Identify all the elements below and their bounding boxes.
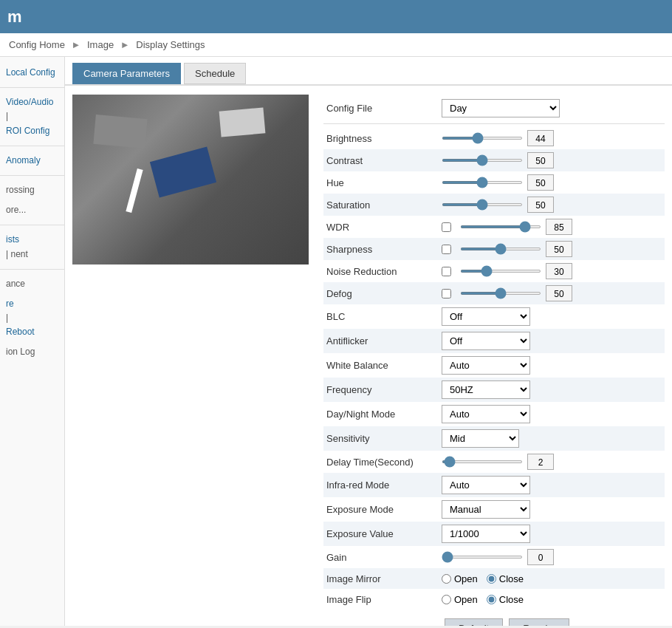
antiflicker-select[interactable]: Off50Hz60Hz <box>442 332 530 350</box>
default-button[interactable]: Default <box>445 618 503 626</box>
image-flip-control: Open Close <box>442 594 665 605</box>
sidebar-link-local-config[interactable]: Local Config <box>6 66 58 80</box>
sidebar-sep3: | <box>6 313 8 323</box>
delay-time-row: Delay Time(Second) 2 <box>323 451 665 473</box>
sidebar-ion-log: ion Log <box>6 347 35 357</box>
infrared-mode-control: AutoOnOff <box>442 476 665 494</box>
white-balance-select[interactable]: AutoManual <box>442 356 530 375</box>
image-flip-row: Image Flip Open Close <box>323 589 665 610</box>
image-flip-open-option[interactable]: Open <box>442 594 478 605</box>
brightness-value: 44 <box>527 130 554 146</box>
image-flip-open-radio[interactable] <box>442 595 451 604</box>
white-balance-row: White Balance AutoManual <box>323 353 665 378</box>
saturation-slider[interactable] <box>442 203 523 206</box>
wdr-value: 85 <box>546 219 572 235</box>
brightness-slider[interactable] <box>442 137 523 140</box>
exposure-value-row: Exposure Value 1/301/601/1001/125 1/2501… <box>323 522 665 546</box>
wdr-row: WDR 85 <box>323 216 665 238</box>
noise-reduction-slider[interactable] <box>460 270 541 273</box>
sensitivity-select[interactable]: LowMidHigh <box>442 429 519 448</box>
gain-label: Gain <box>323 552 442 563</box>
exposure-mode-select[interactable]: AutoManual <box>442 500 530 519</box>
day-night-mode-select[interactable]: AutoDayNight <box>442 405 530 423</box>
gain-control: 0 <box>442 549 665 565</box>
breadcrumb: Config Home ► Image ► Display Settings <box>0 33 672 57</box>
sidebar-ance: ance <box>6 279 25 289</box>
wdr-slider[interactable] <box>460 225 541 228</box>
noise-reduction-row: Noise Reduction 30 <box>323 260 665 282</box>
sidebar-reboot[interactable]: Reboot <box>6 325 58 339</box>
frequency-control: 50HZ60HZ <box>442 380 665 399</box>
brightness-control: 44 <box>442 130 665 146</box>
image-mirror-close-radio[interactable] <box>487 574 496 584</box>
breadcrumb-sep1: ► <box>72 39 81 50</box>
wdr-checkbox[interactable] <box>442 222 451 232</box>
frequency-label: Frequency <box>323 384 442 395</box>
sharpness-checkbox[interactable] <box>442 245 451 254</box>
sidebar-link-roi-config[interactable]: ROI Config <box>6 124 58 138</box>
sidebar-link-anomaly[interactable]: Anomaly <box>6 154 58 168</box>
sidebar-ists[interactable]: ists <box>6 233 58 247</box>
revoke-button[interactable]: Revoke <box>509 618 569 626</box>
delay-time-value: 2 <box>527 454 554 470</box>
frequency-select[interactable]: 50HZ60HZ <box>442 380 530 399</box>
exposure-mode-control: AutoManual <box>442 500 665 519</box>
config-file-select[interactable]: Day Night Common <box>442 99 560 117</box>
infrared-mode-row: Infra-red Mode AutoOnOff <box>323 473 665 497</box>
sidebar-link-video-audio[interactable]: Video/Audio <box>6 95 58 109</box>
exposure-value-control: 1/301/601/1001/125 1/2501/5001/1000 1/20… <box>442 525 665 543</box>
gain-row: Gain 0 <box>323 546 665 568</box>
hue-row: Hue 50 <box>323 171 665 194</box>
image-flip-close-option[interactable]: Close <box>487 594 524 605</box>
sidebar-re[interactable]: re <box>6 297 58 311</box>
white-balance-control: AutoManual <box>442 356 665 375</box>
noise-reduction-value: 30 <box>546 263 572 279</box>
config-file-row: Config File Day Night Common <box>323 95 665 124</box>
image-mirror-close-option[interactable]: Close <box>487 573 524 584</box>
white-balance-label: White Balance <box>323 360 442 371</box>
tab-camera-parameters[interactable]: Camera Parameters <box>72 63 181 84</box>
sharpness-control: 50 <box>442 241 665 257</box>
contrast-row: Contrast 50 <box>323 149 665 171</box>
exposure-value-select[interactable]: 1/301/601/1001/125 1/2501/5001/1000 1/20… <box>442 525 530 543</box>
contrast-control: 50 <box>442 152 665 168</box>
wdr-label: WDR <box>323 222 442 233</box>
hue-label: Hue <box>323 177 442 188</box>
image-mirror-label: Image Mirror <box>323 573 442 584</box>
antiflicker-row: Antiflicker Off50Hz60Hz <box>323 329 665 353</box>
antiflicker-control: Off50Hz60Hz <box>442 332 665 350</box>
brightness-row: Brightness 44 <box>323 127 665 149</box>
saturation-control: 50 <box>442 197 665 213</box>
sharpness-slider[interactable] <box>460 248 541 250</box>
breadcrumb-home[interactable]: Config Home <box>9 39 65 50</box>
delay-time-control: 2 <box>442 454 665 470</box>
exposure-value-label: Exposure Value <box>323 528 442 539</box>
breadcrumb-image[interactable]: Image <box>87 39 114 50</box>
wdr-control: 85 <box>442 219 665 235</box>
camera-preview <box>72 95 309 264</box>
noise-reduction-checkbox[interactable] <box>442 267 451 276</box>
contrast-slider[interactable] <box>442 159 523 162</box>
antiflicker-label: Antiflicker <box>323 335 442 347</box>
infrared-mode-select[interactable]: AutoOnOff <box>442 476 530 494</box>
delay-time-slider[interactable] <box>442 460 523 463</box>
breadcrumb-current: Display Settings <box>136 39 205 50</box>
hue-slider[interactable] <box>442 181 523 184</box>
form-buttons: Default Revoke <box>323 610 665 626</box>
hue-control: 50 <box>442 174 665 191</box>
image-flip-close-radio[interactable] <box>487 595 496 604</box>
image-mirror-open-radio[interactable] <box>442 574 451 584</box>
config-file-label: Config File <box>323 103 442 114</box>
image-mirror-row: Image Mirror Open Close <box>323 568 665 589</box>
defog-slider[interactable] <box>460 292 541 295</box>
image-mirror-open-option[interactable]: Open <box>442 573 478 584</box>
saturation-row: Saturation 50 <box>323 194 665 216</box>
gain-slider[interactable] <box>442 556 523 559</box>
blc-select[interactable]: OffOnHLDC <box>442 307 530 326</box>
brightness-label: Brightness <box>323 133 442 144</box>
tab-schedule[interactable]: Schedule <box>184 63 246 84</box>
defog-checkbox[interactable] <box>442 289 451 298</box>
saturation-value: 50 <box>527 197 554 213</box>
infrared-mode-label: Infra-red Mode <box>323 479 442 491</box>
saturation-label: Saturation <box>323 199 442 211</box>
